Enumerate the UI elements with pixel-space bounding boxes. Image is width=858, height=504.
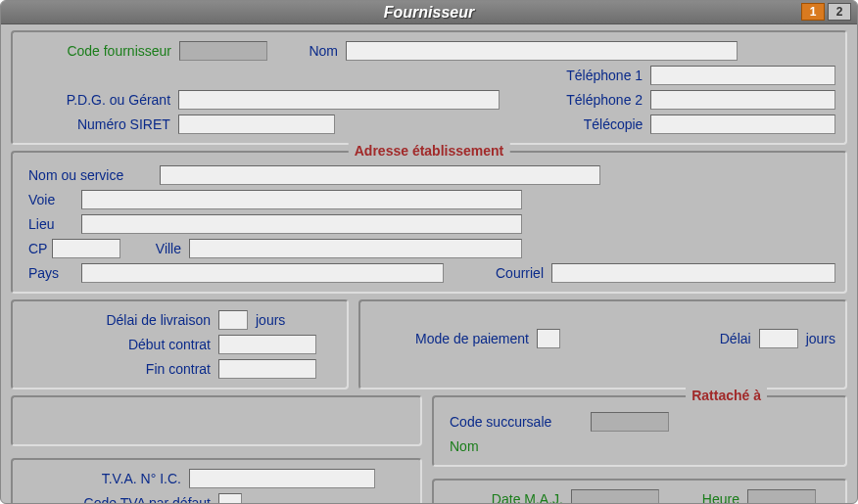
panel-rattache: Rattaché à Code succursale Nom bbox=[432, 395, 847, 467]
legend-rattache: Rattaché à bbox=[686, 388, 767, 403]
label-tel2: Téléphone 2 bbox=[500, 92, 650, 108]
input-date-maj bbox=[571, 489, 659, 504]
input-cp[interactable] bbox=[52, 239, 120, 258]
label-debut-contrat: Début contrat bbox=[23, 337, 218, 352]
input-code-succursale[interactable] bbox=[591, 412, 669, 432]
panel-tva: T.V.A. N° I.C. Code TVA par défaut bbox=[11, 458, 422, 504]
label-voie: Voie bbox=[23, 192, 81, 207]
input-mode-paiement[interactable] bbox=[537, 329, 560, 348]
suffix-jours-livraison: jours bbox=[248, 312, 285, 328]
titlebar: Fournisseur 1 2 bbox=[1, 1, 857, 24]
tab-1[interactable]: 1 bbox=[801, 3, 825, 21]
input-fax[interactable] bbox=[650, 115, 835, 134]
panel-livraison: Délai de livraison jours Début contrat F… bbox=[11, 299, 349, 389]
label-code-succursale: Code succursale bbox=[444, 414, 591, 430]
tabset: 1 2 bbox=[801, 3, 851, 21]
panel-empty bbox=[11, 395, 422, 446]
label-tva-ic: T.V.A. N° I.C. bbox=[23, 471, 189, 486]
label-fin-contrat: Fin contrat bbox=[23, 361, 218, 377]
label-ville: Ville bbox=[120, 241, 189, 256]
label-cp: CP bbox=[23, 241, 52, 256]
label-pays: Pays bbox=[23, 265, 81, 281]
label-courriel: Courriel bbox=[444, 265, 551, 281]
label-siret: Numéro SIRET bbox=[23, 116, 178, 132]
label-tel1: Téléphone 1 bbox=[509, 68, 650, 83]
input-nom-service[interactable] bbox=[160, 165, 600, 185]
label-code-fournisseur: Code fournisseur bbox=[23, 43, 179, 59]
label-fax: Télécopie bbox=[500, 116, 651, 132]
input-nom[interactable] bbox=[346, 41, 738, 61]
input-courriel[interactable] bbox=[551, 263, 835, 283]
input-tva-ic[interactable] bbox=[189, 469, 375, 488]
input-tel2[interactable] bbox=[650, 90, 835, 110]
supplier-form-window: Fournisseur 1 2 Code fournisseur Nom Tél… bbox=[0, 0, 858, 504]
label-mode-paiement: Mode de paiement bbox=[370, 331, 537, 346]
input-lieu[interactable] bbox=[81, 214, 522, 234]
label-nom: Nom bbox=[267, 43, 346, 59]
input-delai-livraison[interactable] bbox=[218, 310, 248, 330]
input-fin-contrat[interactable] bbox=[218, 359, 316, 379]
input-heure-maj bbox=[747, 489, 816, 504]
input-code-fournisseur[interactable] bbox=[179, 41, 267, 61]
input-tel1[interactable] bbox=[650, 66, 835, 85]
input-siret[interactable] bbox=[178, 115, 335, 134]
input-pdg[interactable] bbox=[178, 90, 500, 110]
label-heure-maj: Heure bbox=[659, 491, 747, 504]
window-title: Fournisseur bbox=[384, 4, 474, 22]
panel-adresse: Adresse établissement Nom ou service Voi… bbox=[11, 151, 847, 294]
label-tva-defaut: Code TVA par défaut bbox=[23, 495, 218, 504]
input-voie[interactable] bbox=[81, 190, 522, 209]
label-rattache-nom: Nom bbox=[444, 438, 502, 454]
label-delai-livraison: Délai de livraison bbox=[23, 312, 218, 328]
suffix-jours-paiement: jours bbox=[798, 331, 835, 346]
label-date-maj: Date M.A.J. bbox=[444, 491, 571, 504]
input-tva-defaut[interactable] bbox=[218, 493, 242, 504]
panel-identity: Code fournisseur Nom Téléphone 1 P.D.G. … bbox=[11, 30, 847, 145]
tab-2[interactable]: 2 bbox=[828, 3, 851, 21]
label-delai-paiement: Délai bbox=[700, 331, 759, 346]
label-nom-service: Nom ou service bbox=[23, 167, 160, 183]
panel-maj: Date M.A.J. Heure bbox=[432, 479, 847, 504]
panel-paiement: Mode de paiement Délai jours bbox=[358, 299, 847, 389]
input-ville[interactable] bbox=[189, 239, 522, 258]
label-pdg: P.D.G. ou Gérant bbox=[23, 92, 178, 108]
legend-adresse: Adresse établissement bbox=[349, 143, 510, 159]
label-lieu: Lieu bbox=[23, 216, 81, 232]
input-pays[interactable] bbox=[81, 263, 444, 283]
input-debut-contrat[interactable] bbox=[218, 335, 316, 354]
input-delai-paiement[interactable] bbox=[759, 329, 798, 348]
